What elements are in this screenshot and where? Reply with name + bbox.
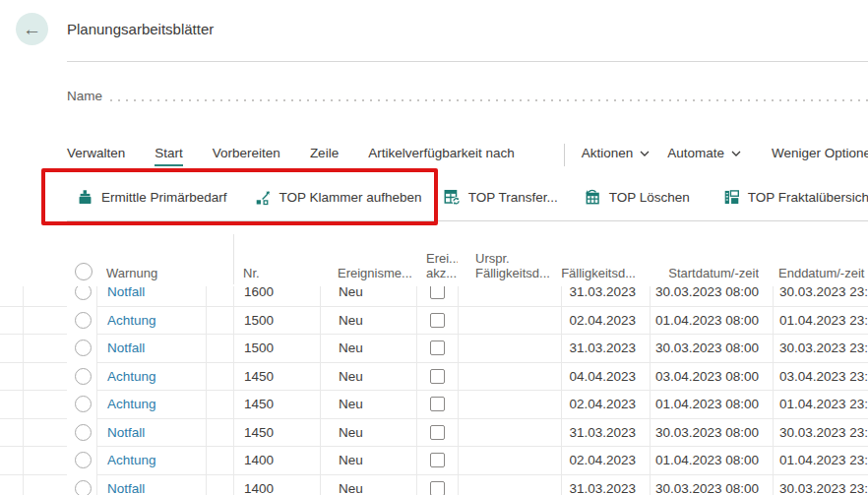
cell-ereignismeldung[interactable]: Neu [320,447,416,475]
tab-zeile[interactable]: Zeile [310,143,339,166]
column-header-warnung[interactable]: Warnung [96,266,206,284]
cell-nr[interactable]: 1450 [233,363,320,392]
cell-ereignismeldung[interactable]: Neu [320,475,416,495]
cell-enddatum[interactable]: 30.03.2023 23: [773,335,868,363]
cell-urspr-faelligkeitsdatum[interactable] [458,307,561,336]
cell-startdatum[interactable]: 03.04.2023 08:00 [650,363,773,392]
cell-nr[interactable]: 1450 [233,391,320,419]
warnung-link[interactable]: Notfall [107,340,145,355]
cell-startdatum[interactable]: 30.03.2023 08:00 [650,286,773,307]
cell-ereignismeldung[interactable]: Neu [320,307,416,336]
cell-faelligkeitsdatum[interactable]: 02.04.2023 [561,447,650,475]
top-klammer-aufheben-button[interactable]: TOP Klammer aufheben [255,189,422,206]
cell-enddatum[interactable]: 03.04.2023 23: [773,363,868,392]
warnung-link[interactable]: Achtung [107,369,156,384]
cell-ereignismeldung[interactable]: Neu [320,286,416,307]
column-header-ereignismeldung[interactable]: Ereignisme... [320,266,416,284]
row-edge-cell [0,286,23,307]
cell-urspr-faelligkeitsdatum[interactable] [458,286,561,307]
select-all-radio[interactable] [75,263,93,280]
column-header-startdatum[interactable]: Startdatum/-zeit [650,266,773,284]
toolbar-button-label: TOP Klammer aufheben [279,190,422,205]
menu-automate[interactable]: Automate [667,146,741,163]
cell-ereignismeldung[interactable]: Neu [320,363,416,392]
column-header-nr[interactable]: Nr. [233,266,320,284]
warnung-link[interactable]: Notfall [107,481,145,495]
cell-ereignismeldung[interactable]: Neu [320,419,416,448]
tab-start[interactable]: Start [155,143,183,166]
row-select-radio[interactable] [75,286,92,300]
cell-nr[interactable]: 1600 [233,286,320,307]
akzeptiert-checkbox[interactable] [430,453,445,467]
cell-urspr-faelligkeitsdatum[interactable] [458,475,561,495]
cell-faelligkeitsdatum[interactable]: 02.04.2023 [561,391,650,419]
akzeptiert-checkbox[interactable] [430,397,445,411]
akzeptiert-checkbox[interactable] [430,340,445,355]
name-field-input[interactable] [110,99,868,101]
column-header-urspr-faelligkeitsdatum[interactable]: Urspr.Fälligkeitsd... [458,251,561,284]
cell-startdatum[interactable]: 30.03.2023 08:00 [650,335,773,363]
tab-artikelverfuegbarkeit[interactable]: Artikelverfügbarkeit nach [368,143,515,166]
menu-weniger-optionen[interactable]: Weniger Optionen [772,146,868,163]
column-header-faelligkeitsdatum[interactable]: Fälligkeitsd... [561,266,650,284]
warnung-link[interactable]: Achtung [107,313,156,328]
top-loeschen-button[interactable]: TOP Löschen [585,189,690,206]
cell-nr[interactable]: 1500 [233,335,320,363]
warnung-link[interactable]: Notfall [107,425,145,440]
akzeptiert-checkbox[interactable] [430,286,445,299]
cell-nr[interactable]: 1500 [233,307,320,336]
cell-ereignismeldung[interactable]: Neu [320,391,416,419]
warnung-link[interactable]: Achtung [107,453,156,467]
table-row: Notfall 1400 Neu 31.03.2023 30.03.2023 0… [0,475,868,495]
row-select-radio[interactable] [75,368,92,385]
cell-faelligkeitsdatum[interactable]: 31.03.2023 [561,335,650,363]
warnung-link[interactable]: Achtung [107,397,156,411]
cell-faelligkeitsdatum[interactable]: 31.03.2023 [561,286,650,307]
top-transfer-button[interactable]: TOP Transfer... [444,189,558,206]
cell-startdatum[interactable]: 30.03.2023 08:00 [650,419,773,448]
cell-nr[interactable]: 1400 [233,475,320,495]
cell-enddatum[interactable]: 30.03.2023 23: [773,475,868,495]
cell-urspr-faelligkeitsdatum[interactable] [458,335,561,363]
cell-startdatum[interactable]: 01.04.2023 08:00 [650,391,773,419]
akzeptiert-checkbox[interactable] [430,369,445,384]
ribbon-separator [564,144,565,166]
cell-enddatum[interactable]: 01.04.2023 23: [773,391,868,419]
cell-ereignismeldung[interactable]: Neu [320,335,416,363]
row-select-radio[interactable] [75,424,92,441]
back-button[interactable]: ← [16,13,48,45]
akzeptiert-checkbox[interactable] [430,425,445,440]
cell-startdatum[interactable]: 01.04.2023 08:00 [650,307,773,336]
cell-enddatum[interactable]: 30.03.2023 23: [773,286,868,307]
cell-startdatum[interactable]: 01.04.2023 08:00 [650,447,773,475]
column-header-enddatum[interactable]: Enddatum/-zeit [773,266,868,284]
row-select-radio[interactable] [75,312,92,329]
ermittle-primaerbedarf-button[interactable]: Ermittle Primärbedarf [77,189,227,206]
akzeptiert-checkbox[interactable] [430,313,445,328]
row-select-radio[interactable] [75,452,92,468]
cell-faelligkeitsdatum[interactable]: 31.03.2023 [561,419,650,448]
cell-urspr-faelligkeitsdatum[interactable] [458,419,561,448]
warnung-link[interactable]: Notfall [107,286,145,299]
cell-nr[interactable]: 1450 [233,419,320,448]
row-select-radio[interactable] [75,340,92,356]
cell-urspr-faelligkeitsdatum[interactable] [458,447,561,475]
cell-urspr-faelligkeitsdatum[interactable] [458,391,561,419]
cell-enddatum[interactable]: 01.04.2023 23: [773,307,868,336]
menu-aktionen[interactable]: Aktionen [582,146,651,163]
column-header-ereignis-akzeptiert[interactable]: Erei...akz... [416,251,458,284]
cell-faelligkeitsdatum[interactable]: 02.04.2023 [561,307,650,336]
cell-urspr-faelligkeitsdatum[interactable] [458,363,561,392]
cell-faelligkeitsdatum[interactable]: 04.04.2023 [561,363,650,392]
row-select-radio[interactable] [75,396,92,412]
cell-faelligkeitsdatum[interactable]: 31.03.2023 [561,475,650,495]
tab-vorbereiten[interactable]: Vorbereiten [213,143,280,166]
cell-enddatum[interactable]: 01.04.2023 23: [773,447,868,475]
tab-verwalten[interactable]: Verwalten [67,143,125,166]
cell-enddatum[interactable]: 30.03.2023 23: [773,419,868,448]
top-fraktaluebersicht-button[interactable]: TOP Fraktalübersicht [723,189,868,206]
cell-nr[interactable]: 1400 [233,447,320,475]
akzeptiert-checkbox[interactable] [430,481,445,495]
cell-startdatum[interactable]: 30.03.2023 08:00 [650,475,773,495]
row-select-radio[interactable] [75,480,92,495]
